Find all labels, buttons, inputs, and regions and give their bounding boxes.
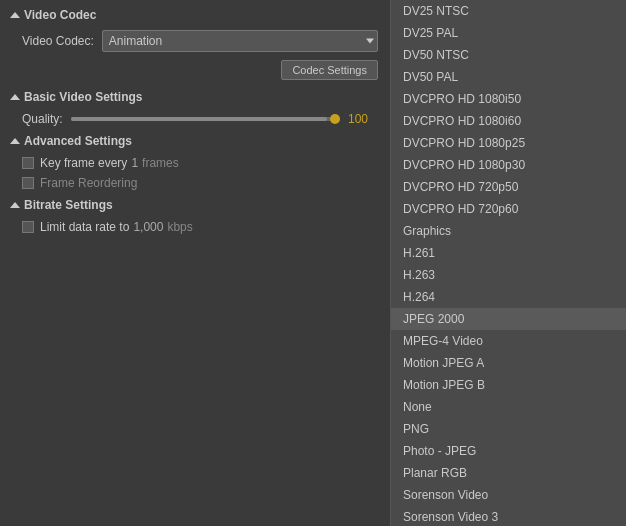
list-item-dv50-ntsc[interactable]: DV50 NTSC: [391, 44, 626, 66]
list-item-none[interactable]: None: [391, 396, 626, 418]
collapse-triangle-video-codec[interactable]: [10, 12, 20, 18]
list-item-mpeg4-video[interactable]: MPEG-4 Video: [391, 330, 626, 352]
frame-reordering-checkbox[interactable]: [22, 177, 34, 189]
codec-settings-area: Codec Settings: [12, 60, 378, 80]
list-item-dvcpro-hd-1080i60[interactable]: DVCPRO HD 1080i60: [391, 110, 626, 132]
limit-data-rate-checkbox[interactable]: [22, 221, 34, 233]
list-item-sorenson-video-3[interactable]: Sorenson Video 3: [391, 506, 626, 526]
video-codec-section-header: Video Codec: [12, 8, 378, 22]
list-item-motion-jpeg-b[interactable]: Motion JPEG B: [391, 374, 626, 396]
limit-data-rate-value: 1,000: [133, 220, 163, 234]
limit-data-rate-label: Limit data rate to: [40, 220, 129, 234]
key-frame-row: Key frame every 1 frames: [12, 156, 378, 170]
list-item-motion-jpeg-a[interactable]: Motion JPEG A: [391, 352, 626, 374]
frame-reordering-row: Frame Reordering: [12, 176, 378, 190]
list-item-dvcpro-hd-1080p30[interactable]: DVCPRO HD 1080p30: [391, 154, 626, 176]
quality-value: 100: [348, 112, 378, 126]
key-frame-suffix: frames: [142, 156, 179, 170]
limit-data-rate-suffix: kbps: [167, 220, 192, 234]
video-codec-section-label: Video Codec: [24, 8, 96, 22]
key-frame-value: 1: [131, 156, 138, 170]
list-item-h261[interactable]: H.261: [391, 242, 626, 264]
bitrate-settings-header: Bitrate Settings: [12, 198, 378, 212]
codec-settings-button[interactable]: Codec Settings: [281, 60, 378, 80]
video-codec-label: Video Codec:: [22, 34, 94, 48]
list-item-dvcpro-hd-720p50[interactable]: DVCPRO HD 720p50: [391, 176, 626, 198]
key-frame-label: Key frame every: [40, 156, 127, 170]
collapse-triangle-bitrate[interactable]: [10, 202, 20, 208]
quality-slider[interactable]: [71, 112, 340, 126]
key-frame-checkbox[interactable]: [22, 157, 34, 169]
video-codec-field-row: Video Codec: Animation: [12, 30, 378, 52]
list-item-planar-rgb[interactable]: Planar RGB: [391, 462, 626, 484]
basic-video-settings-label: Basic Video Settings: [24, 90, 142, 104]
collapse-triangle-advanced[interactable]: [10, 138, 20, 144]
frame-reordering-label: Frame Reordering: [40, 176, 137, 190]
slider-track: [71, 117, 340, 121]
codec-list-panel: DV25 NTSCDV25 PALDV50 NTSCDV50 PALDVCPRO…: [390, 0, 626, 526]
video-codec-dropdown[interactable]: Animation: [102, 30, 378, 52]
slider-fill: [71, 117, 327, 121]
list-item-dvcpro-hd-1080i50[interactable]: DVCPRO HD 1080i50: [391, 88, 626, 110]
list-item-h263[interactable]: H.263: [391, 264, 626, 286]
list-item-sorenson-video[interactable]: Sorenson Video: [391, 484, 626, 506]
list-item-dv50-pal[interactable]: DV50 PAL: [391, 66, 626, 88]
limit-data-rate-row: Limit data rate to 1,000 kbps: [12, 220, 378, 234]
quality-field-row: Quality: 100: [12, 112, 378, 126]
list-item-jpeg-2000[interactable]: JPEG 2000: [391, 308, 626, 330]
list-item-h264[interactable]: H.264: [391, 286, 626, 308]
slider-thumb[interactable]: [330, 114, 340, 124]
list-item-graphics[interactable]: Graphics: [391, 220, 626, 242]
quality-label: Quality:: [22, 112, 63, 126]
collapse-triangle-basic[interactable]: [10, 94, 20, 100]
advanced-settings-header: Advanced Settings: [12, 134, 378, 148]
list-item-dv25-pal[interactable]: DV25 PAL: [391, 22, 626, 44]
list-item-dvcpro-hd-720p60[interactable]: DVCPRO HD 720p60: [391, 198, 626, 220]
left-panel: Video Codec Video Codec: Animation Codec…: [0, 0, 390, 526]
video-codec-dropdown-wrapper: Animation: [102, 30, 378, 52]
basic-video-settings-header: Basic Video Settings: [12, 90, 378, 104]
advanced-settings-label: Advanced Settings: [24, 134, 132, 148]
list-item-png[interactable]: PNG: [391, 418, 626, 440]
list-item-dv25-ntsc[interactable]: DV25 NTSC: [391, 0, 626, 22]
list-item-dvcpro-hd-1080p25[interactable]: DVCPRO HD 1080p25: [391, 132, 626, 154]
bitrate-settings-label: Bitrate Settings: [24, 198, 113, 212]
list-item-photo-jpeg[interactable]: Photo - JPEG: [391, 440, 626, 462]
